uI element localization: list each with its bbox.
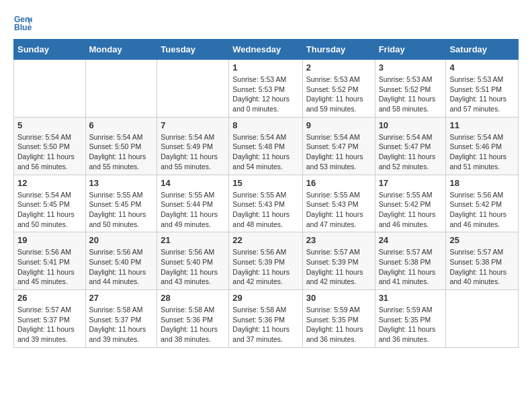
sunrise-text: Sunrise: 5:58 AM	[89, 306, 143, 314]
calendar-week-row: 1 Sunrise: 5:53 AM Sunset: 5:53 PM Dayli…	[14, 60, 519, 118]
sunset-text: Sunset: 5:43 PM	[306, 200, 359, 208]
sunset-text: Sunset: 5:45 PM	[89, 200, 142, 208]
logo-icon: General Blue	[13, 13, 32, 32]
sunset-text: Sunset: 5:52 PM	[379, 85, 431, 93]
sunset-text: Sunset: 5:39 PM	[232, 258, 285, 266]
daylight-text: Daylight: 11 hours and 57 minutes.	[449, 95, 506, 113]
day-info: Sunrise: 5:53 AM Sunset: 5:52 PM Dayligh…	[379, 75, 443, 114]
daylight-text: Daylight: 11 hours and 50 minutes.	[17, 210, 75, 228]
day-number: 26	[17, 293, 82, 303]
weekday-header: Tuesday	[157, 40, 229, 60]
page-header: General Blue	[13, 13, 519, 32]
day-info: Sunrise: 5:54 AM Sunset: 5:45 PM Dayligh…	[17, 190, 82, 230]
sunset-text: Sunset: 5:50 PM	[89, 142, 142, 150]
weekday-header: Saturday	[446, 40, 519, 60]
sunrise-text: Sunrise: 5:57 AM	[17, 306, 71, 314]
sunset-text: Sunset: 5:37 PM	[89, 316, 142, 324]
sunrise-text: Sunrise: 5:54 AM	[306, 133, 360, 141]
sunrise-text: Sunrise: 5:55 AM	[306, 191, 360, 199]
sunset-text: Sunset: 5:36 PM	[232, 316, 285, 324]
day-info: Sunrise: 5:53 AM Sunset: 5:53 PM Dayligh…	[232, 75, 298, 114]
calendar-cell: 21 Sunrise: 5:56 AM Sunset: 5:40 PM Dayl…	[157, 232, 229, 290]
calendar-cell	[14, 60, 86, 118]
sunset-text: Sunset: 5:39 PM	[306, 258, 359, 266]
weekday-header: Friday	[375, 40, 446, 60]
daylight-text: Daylight: 11 hours and 54 minutes.	[232, 152, 290, 171]
day-number: 25	[449, 235, 515, 245]
sunrise-text: Sunrise: 5:54 AM	[379, 133, 433, 141]
day-number: 1	[232, 62, 298, 73]
day-number: 28	[161, 293, 225, 303]
sunrise-text: Sunrise: 5:59 AM	[306, 306, 360, 314]
day-info: Sunrise: 5:56 AM Sunset: 5:40 PM Dayligh…	[89, 247, 154, 287]
day-number: 23	[306, 235, 371, 245]
calendar-cell: 29 Sunrise: 5:58 AM Sunset: 5:36 PM Dayl…	[229, 290, 302, 348]
weekday-header: Monday	[85, 40, 157, 60]
daylight-text: Daylight: 11 hours and 56 minutes.	[17, 152, 75, 171]
calendar-cell: 3 Sunrise: 5:53 AM Sunset: 5:52 PM Dayli…	[375, 60, 446, 118]
day-info: Sunrise: 5:59 AM Sunset: 5:35 PM Dayligh…	[379, 305, 443, 345]
sunrise-text: Sunrise: 5:55 AM	[232, 191, 286, 199]
calendar-cell: 8 Sunrise: 5:54 AM Sunset: 5:48 PM Dayli…	[229, 117, 302, 175]
sunset-text: Sunset: 5:38 PM	[379, 258, 431, 266]
day-info: Sunrise: 5:56 AM Sunset: 5:40 PM Dayligh…	[161, 247, 225, 287]
day-number: 12	[17, 178, 82, 188]
day-info: Sunrise: 5:57 AM Sunset: 5:37 PM Dayligh…	[17, 305, 82, 345]
day-number: 22	[232, 235, 298, 245]
day-number: 19	[17, 235, 82, 245]
daylight-text: Daylight: 11 hours and 55 minutes.	[89, 152, 146, 171]
daylight-text: Daylight: 11 hours and 48 minutes.	[232, 210, 290, 228]
sunset-text: Sunset: 5:36 PM	[161, 316, 213, 324]
calendar-cell: 14 Sunrise: 5:55 AM Sunset: 5:44 PM Dayl…	[157, 175, 229, 232]
sunset-text: Sunset: 5:42 PM	[449, 200, 502, 208]
day-number: 16	[306, 178, 371, 188]
sunrise-text: Sunrise: 5:54 AM	[17, 191, 71, 199]
sunrise-text: Sunrise: 5:53 AM	[449, 75, 503, 83]
day-number: 3	[379, 62, 443, 73]
daylight-text: Daylight: 11 hours and 53 minutes.	[306, 152, 363, 171]
day-number: 27	[89, 293, 154, 303]
day-info: Sunrise: 5:57 AM Sunset: 5:39 PM Dayligh…	[306, 247, 371, 287]
day-number: 6	[89, 120, 154, 130]
daylight-text: Daylight: 11 hours and 43 minutes.	[161, 268, 218, 286]
sunrise-text: Sunrise: 5:57 AM	[449, 248, 503, 256]
weekday-header-row: SundayMondayTuesdayWednesdayThursdayFrid…	[14, 40, 519, 60]
day-info: Sunrise: 5:54 AM Sunset: 5:46 PM Dayligh…	[449, 132, 515, 172]
calendar-cell: 6 Sunrise: 5:54 AM Sunset: 5:50 PM Dayli…	[85, 117, 157, 175]
calendar-cell	[157, 60, 229, 118]
daylight-text: Daylight: 11 hours and 42 minutes.	[306, 268, 363, 286]
sunset-text: Sunset: 5:47 PM	[379, 142, 431, 150]
calendar-cell: 19 Sunrise: 5:56 AM Sunset: 5:41 PM Dayl…	[14, 232, 86, 290]
day-number: 5	[17, 120, 82, 130]
day-number: 14	[161, 178, 225, 188]
calendar-cell: 26 Sunrise: 5:57 AM Sunset: 5:37 PM Dayl…	[14, 290, 86, 348]
day-info: Sunrise: 5:57 AM Sunset: 5:38 PM Dayligh…	[449, 247, 515, 287]
daylight-text: Daylight: 11 hours and 46 minutes.	[379, 210, 436, 228]
day-number: 20	[89, 235, 154, 245]
calendar-cell: 5 Sunrise: 5:54 AM Sunset: 5:50 PM Dayli…	[14, 117, 86, 175]
calendar-week-row: 12 Sunrise: 5:54 AM Sunset: 5:45 PM Dayl…	[14, 175, 519, 232]
calendar-cell: 28 Sunrise: 5:58 AM Sunset: 5:36 PM Dayl…	[157, 290, 229, 348]
calendar-cell: 12 Sunrise: 5:54 AM Sunset: 5:45 PM Dayl…	[14, 175, 86, 232]
daylight-text: Daylight: 11 hours and 58 minutes.	[379, 95, 436, 113]
day-number: 18	[449, 178, 515, 188]
sunset-text: Sunset: 5:51 PM	[449, 85, 502, 93]
calendar-cell: 11 Sunrise: 5:54 AM Sunset: 5:46 PM Dayl…	[446, 117, 519, 175]
sunset-text: Sunset: 5:35 PM	[306, 316, 359, 324]
calendar-cell: 18 Sunrise: 5:56 AM Sunset: 5:42 PM Dayl…	[446, 175, 519, 232]
daylight-text: Daylight: 11 hours and 50 minutes.	[89, 210, 146, 228]
calendar-cell: 13 Sunrise: 5:55 AM Sunset: 5:45 PM Dayl…	[85, 175, 157, 232]
sunrise-text: Sunrise: 5:55 AM	[161, 191, 214, 199]
day-number: 21	[161, 235, 225, 245]
sunrise-text: Sunrise: 5:54 AM	[232, 133, 286, 141]
day-info: Sunrise: 5:54 AM Sunset: 5:47 PM Dayligh…	[306, 132, 371, 172]
calendar-cell: 23 Sunrise: 5:57 AM Sunset: 5:39 PM Dayl…	[302, 232, 375, 290]
sunrise-text: Sunrise: 5:56 AM	[17, 248, 71, 256]
sunset-text: Sunset: 5:43 PM	[232, 200, 285, 208]
sunset-text: Sunset: 5:50 PM	[17, 142, 70, 150]
sunset-text: Sunset: 5:37 PM	[17, 316, 70, 324]
day-number: 31	[379, 293, 443, 303]
calendar-week-row: 19 Sunrise: 5:56 AM Sunset: 5:41 PM Dayl…	[14, 232, 519, 290]
day-number: 30	[306, 293, 371, 303]
weekday-header: Sunday	[14, 40, 86, 60]
